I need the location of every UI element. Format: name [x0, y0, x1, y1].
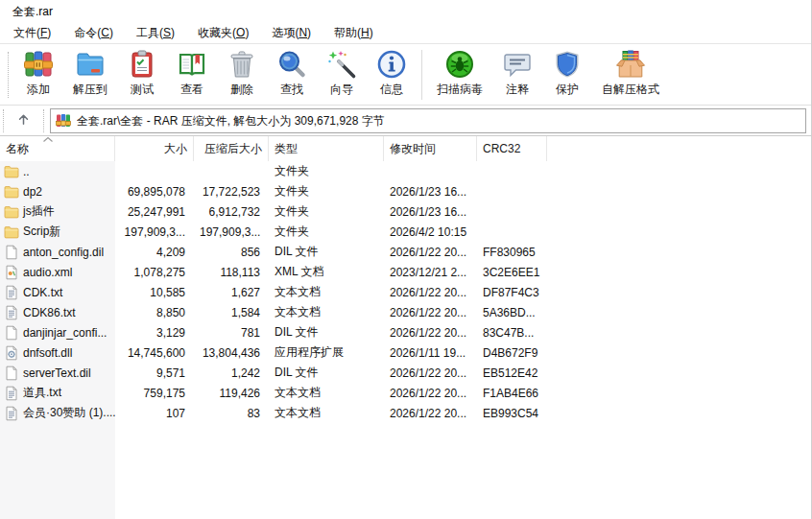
- toolbar-button-8[interactable]: 扫描病毒: [427, 48, 492, 99]
- menubar: 文件(F)命令(C)工具(S)收藏夹(O)选项(N)帮助(H): [0, 23, 811, 44]
- toolbar-button-label: 删除: [230, 82, 253, 98]
- address-gripper-2[interactable]: [43, 109, 44, 132]
- file-name-cell: ..: [0, 164, 115, 179]
- file-type-cell: 文本文档: [269, 284, 384, 300]
- file-crc-cell: 3C2E6EE1: [477, 266, 547, 279]
- file-row-0[interactable]: ..文件夹: [0, 161, 811, 181]
- menu-item-5[interactable]: 帮助(H): [322, 22, 385, 44]
- file-name-label: serverText.dil: [23, 366, 91, 380]
- file-name-cell: CDK.txt: [0, 285, 115, 300]
- file-modified-cell: 2026/4/2 10:15: [384, 225, 477, 239]
- file-list-header: 名称大小压缩后大小类型修改时间CRC32: [0, 136, 811, 161]
- file-modified-cell: 2026/1/22 20...: [384, 246, 477, 259]
- toolbar-button-11[interactable]: 自解压格式: [592, 48, 669, 99]
- file-name-label: CDK86.txt: [23, 306, 76, 319]
- file-size-cell: 8,850: [115, 306, 194, 319]
- toolbar-button-label: 查看: [180, 82, 203, 98]
- file-row-8[interactable]: danjinjar_confi...3,129781DIL 文件2026/1/2…: [0, 322, 811, 342]
- file-size-cell: 4,209: [115, 246, 194, 259]
- toolbar-button-label: 注释: [506, 82, 529, 98]
- up-button[interactable]: [10, 108, 36, 133]
- file-name-cell: 道具.txt: [0, 385, 115, 401]
- file-size-cell: 107: [115, 407, 194, 420]
- toolbar-gripper[interactable]: [8, 52, 11, 98]
- address-bar[interactable]: 全套.rar\全套 - RAR 压缩文件, 解包大小为 309,671,928 …: [50, 108, 806, 133]
- file-row-4[interactable]: anton_config.dil4,209856DIL 文件2026/1/22 …: [0, 242, 811, 262]
- file-row-3[interactable]: Scrip新197,909,3...197,909,3...文件夹2026/4/…: [0, 222, 811, 242]
- column-header-1[interactable]: 大小: [115, 136, 194, 161]
- file-row-9[interactable]: dnfsoft.dll14,745,60013,804,436应用程序扩展202…: [0, 342, 811, 363]
- file-type-cell: DIL 文件: [269, 244, 384, 260]
- file-modified-cell: 2026/1/22 20...: [384, 286, 477, 299]
- winrar-window: 全套.rar 文件(F)命令(C)工具(S)收藏夹(O)选项(N)帮助(H) 添…: [0, 0, 812, 519]
- file-size-cell: 197,909,3...: [115, 225, 194, 239]
- file-modified-cell: 2026/1/22 20...: [384, 326, 477, 340]
- toolbar-button-1[interactable]: 解压到: [63, 48, 117, 99]
- address-gripper[interactable]: [3, 109, 4, 132]
- column-header-5[interactable]: CRC32: [477, 136, 547, 161]
- toolbar-button-0[interactable]: 添加: [13, 48, 63, 99]
- info-icon: [376, 49, 407, 80]
- menu-item-2[interactable]: 工具(S): [125, 22, 186, 44]
- toolbar-button-5[interactable]: 查找: [267, 48, 317, 99]
- column-header-4[interactable]: 修改时间: [384, 136, 477, 161]
- file-modified-cell: 2026/1/23 16...: [384, 205, 477, 219]
- file-size-cell: 759,175: [115, 387, 194, 400]
- file-packed-cell: 856: [194, 246, 269, 259]
- toolbar-button-9[interactable]: 注释: [492, 48, 542, 99]
- file-modified-cell: 2023/12/21 2...: [384, 266, 477, 279]
- file-name-label: 会员·30赞助 (1)....: [23, 405, 115, 421]
- toolbar-button-3[interactable]: 查看: [167, 48, 217, 99]
- menu-item-1[interactable]: 命令(C): [62, 22, 125, 44]
- column-header-0[interactable]: 名称: [0, 136, 115, 161]
- file-crc-cell: D4B672F9: [477, 346, 547, 360]
- menu-item-4[interactable]: 选项(N): [260, 22, 322, 44]
- file-crc-cell: EB512E42: [477, 366, 547, 380]
- file-type-cell: XML 文档: [269, 264, 384, 280]
- sfx-icon: [615, 49, 646, 80]
- test-icon: [127, 49, 157, 80]
- toolbar-button-label: 保护: [556, 82, 579, 98]
- file-size-cell: 14,745,600: [115, 346, 194, 360]
- folder-icon: [4, 164, 19, 179]
- file-row-11[interactable]: 道具.txt759,175119,426文本文档2026/1/22 20...F…: [0, 383, 811, 403]
- file-row-5[interactable]: audio.xml1,078,275118,113XML 文档2023/12/2…: [0, 262, 811, 282]
- file-row-12[interactable]: 会员·30赞助 (1)....10783文本文档2026/1/22 20...E…: [0, 403, 811, 423]
- toolbar-button-label: 解压到: [73, 82, 107, 98]
- file-crc-cell: DF87F4C3: [477, 286, 547, 299]
- toolbar-button-label: 查找: [280, 82, 303, 98]
- text-file-icon: [4, 285, 19, 300]
- text-file-icon: [4, 386, 19, 401]
- toolbar-button-7[interactable]: 信息: [367, 48, 417, 99]
- file-type-cell: 文本文档: [269, 385, 384, 401]
- file-row-10[interactable]: serverText.dil9,5711,242DIL 文件2026/1/22 …: [0, 363, 811, 383]
- file-name-cell: dnfsoft.dll: [0, 345, 115, 361]
- toolbar-button-6[interactable]: 向导: [317, 48, 367, 99]
- toolbar-button-label: 信息: [380, 82, 403, 98]
- file-packed-cell: 197,909,3...: [194, 225, 269, 239]
- file-type-cell: 文本文档: [269, 405, 384, 421]
- file-row-6[interactable]: CDK.txt10,5851,627文本文档2026/1/22 20...DF8…: [0, 282, 811, 302]
- toolbar-button-10[interactable]: 保护: [542, 48, 592, 99]
- file-crc-cell: EB993C54: [477, 407, 547, 420]
- extract-icon: [75, 49, 106, 80]
- file-size-cell: 1,078,275: [115, 266, 194, 279]
- file-row-1[interactable]: dp269,895,07817,722,523文件夹2026/1/23 16..…: [0, 181, 811, 201]
- toolbar-button-4[interactable]: 删除: [217, 48, 267, 99]
- file-name-cell: 会员·30赞助 (1)....: [0, 405, 115, 421]
- file-packed-cell: 1,584: [194, 306, 269, 319]
- file-size-cell: 10,585: [115, 286, 194, 299]
- file-row-7[interactable]: CDK86.txt8,8501,584文本文档2026/1/22 20...5A…: [0, 302, 811, 322]
- menu-item-3[interactable]: 收藏夹(O): [186, 22, 260, 44]
- column-header-3[interactable]: 类型: [269, 136, 384, 161]
- file-packed-cell: 1,242: [194, 366, 269, 380]
- toolbar-button-label: 扫描病毒: [437, 82, 483, 98]
- file-name-label: dnfsoft.dll: [23, 346, 72, 360]
- column-header-2[interactable]: 压缩后大小: [194, 136, 269, 161]
- file-row-2[interactable]: js插件25,247,9916,912,732文件夹2026/1/23 16..…: [0, 201, 811, 222]
- toolbar-button-2[interactable]: 测试: [117, 48, 167, 99]
- xml-file-icon: [4, 265, 19, 280]
- menu-item-0[interactable]: 文件(F): [2, 22, 62, 44]
- file-modified-cell: 2026/1/22 20...: [384, 366, 477, 380]
- archive-icon: [56, 113, 71, 129]
